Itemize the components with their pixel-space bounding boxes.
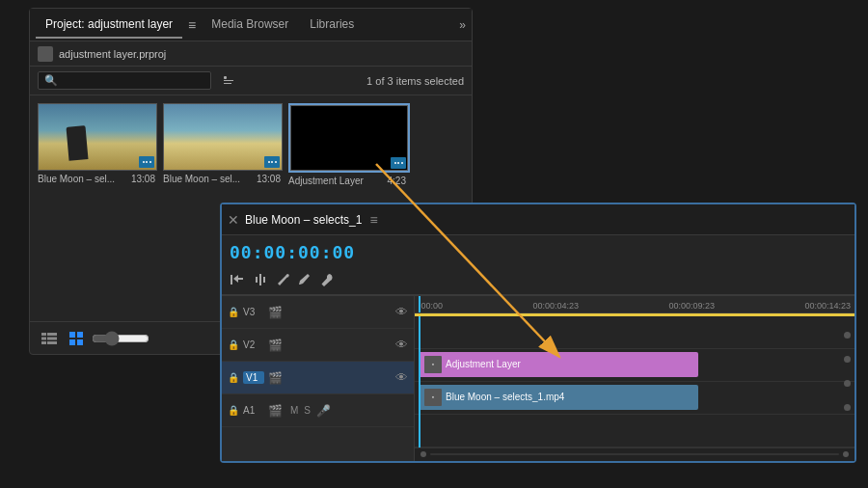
clip-adjustment-layer[interactable]: ▪ Adjustment Layer xyxy=(419,352,698,377)
ruler-marks: :00:00 00:00:04:23 00:00:09:23 00:00:14:… xyxy=(415,301,854,311)
search-input[interactable] xyxy=(62,75,197,87)
list-view-icon[interactable] xyxy=(38,327,61,350)
project-panel-tabs: Project: adjustment layer ≡ Media Browse… xyxy=(30,9,472,41)
zoom-slider[interactable] xyxy=(92,331,149,346)
timeline-content: 🔒 V3 🎬 👁 🔒 V2 🎬 👁 🔒 V1 🎬 👁 🔒 xyxy=(222,296,854,461)
thumbnail-1[interactable] xyxy=(38,103,157,171)
mic-icon-a1[interactable]: 🎤 xyxy=(316,404,331,418)
search-icon: 🔍 xyxy=(44,74,58,87)
lock-icon-v1[interactable]: 🔒 xyxy=(228,372,239,383)
search-input-wrapper[interactable]: 🔍 xyxy=(38,71,211,90)
razor-tool-icon[interactable] xyxy=(276,273,291,289)
ruler-mark-3: 00:00:14:23 xyxy=(804,301,851,311)
list-item[interactable]: Blue Moon – sel... 13:08 xyxy=(38,103,157,184)
timeline-right: :00:00 00:00:04:23 00:00:09:23 00:00:14:… xyxy=(415,296,854,461)
playhead-line xyxy=(419,296,420,312)
ruler-mark-0: :00:00 xyxy=(419,301,443,311)
tab-libraries-label: Libraries xyxy=(310,17,354,31)
track-header-v2: 🔒 V2 🎬 👁 xyxy=(222,329,414,362)
tab-project-label: Project: adjustment layer xyxy=(45,17,173,31)
ruler-mark-1: 00:00:04:23 xyxy=(532,301,579,311)
track-row-v1: ▪ Blue Moon – selects_1.mp4 xyxy=(415,382,854,415)
media-item-duration-2: 13:08 xyxy=(257,174,281,184)
list-item[interactable]: Blue Moon – sel... 13:08 xyxy=(163,103,283,184)
mute-label[interactable]: M xyxy=(290,405,298,416)
scroll-line xyxy=(430,453,839,455)
badge-3 xyxy=(391,157,406,169)
media-item-label-3: Adjustment Layer xyxy=(288,176,388,186)
clip-thumb-adj: ▪ xyxy=(424,356,442,373)
svg-rect-11 xyxy=(69,339,75,345)
ripple-edit-tool-icon[interactable] xyxy=(253,273,268,289)
track-label-v1: V1 xyxy=(243,371,264,384)
thumbnail-3[interactable] xyxy=(288,103,410,173)
timeline-close-icon[interactable]: ✕ xyxy=(228,212,239,228)
scroll-right-dot xyxy=(843,451,849,457)
eye-icon-v1[interactable]: 👁 xyxy=(395,370,408,385)
svg-rect-10 xyxy=(77,332,83,338)
clip-label-adj: Adjustment Layer xyxy=(446,359,521,369)
clip-label-video: Blue Moon – selects_1.mp4 xyxy=(446,392,564,402)
film-icon-v3: 🎬 xyxy=(268,306,283,319)
project-tab-menu-icon[interactable]: ≡ xyxy=(184,17,200,33)
timeline-tabs: ✕ Blue Moon – selects_1 ≡ xyxy=(222,204,854,235)
track-row-v2: ▪ Adjustment Layer xyxy=(415,349,854,382)
track-header-v1: 🔒 V1 🎬 👁 xyxy=(222,362,414,394)
svg-rect-7 xyxy=(47,337,57,339)
scroll-dot-2 xyxy=(844,356,851,363)
badge-1 xyxy=(139,156,154,168)
pen-tool-icon[interactable] xyxy=(299,273,312,289)
track-label-a1: A1 xyxy=(243,405,264,416)
svg-rect-1 xyxy=(224,80,233,81)
svg-rect-0 xyxy=(224,76,227,79)
tools-bar xyxy=(222,268,854,295)
grid-view-icon[interactable] xyxy=(65,327,88,350)
track-row-a1 xyxy=(415,415,854,447)
track-select-tool-icon[interactable] xyxy=(230,273,245,289)
selection-info: 1 of 3 items selected xyxy=(366,75,464,87)
media-item-label-2: Blue Moon – sel... xyxy=(163,174,257,184)
eye-icon-v3[interactable]: 👁 xyxy=(395,305,408,319)
timeline-panel: ✕ Blue Moon – selects_1 ≡ 00:00:00:00 xyxy=(220,203,856,463)
filter-icon[interactable] xyxy=(217,69,240,93)
timeline-menu-icon[interactable]: ≡ xyxy=(369,212,377,228)
badge-2 xyxy=(264,156,280,168)
svg-rect-8 xyxy=(47,341,57,344)
timecode-bar: 00:00:00:00 xyxy=(222,235,854,268)
scroll-indicators xyxy=(844,332,851,411)
timeline-bottom-scrollbar[interactable] xyxy=(415,447,854,461)
lock-icon-a1[interactable]: 🔒 xyxy=(228,405,239,416)
list-item[interactable]: Adjustment Layer 4:23 xyxy=(288,103,410,186)
media-item-label-1: Blue Moon – sel... xyxy=(38,174,131,184)
film-icon-v2: 🎬 xyxy=(268,339,283,352)
track-header-a1: 🔒 A1 🎬 M S 🎤 xyxy=(222,394,414,427)
media-item-duration-1: 13:08 xyxy=(131,174,155,184)
svg-rect-12 xyxy=(77,339,83,345)
lock-icon-v2[interactable]: 🔒 xyxy=(228,339,239,350)
panel-subheader: adjustment layer.prproj xyxy=(30,41,472,67)
timecode-display[interactable]: 00:00:00:00 xyxy=(230,242,355,262)
wrench-tool-icon[interactable] xyxy=(320,273,334,289)
solo-label[interactable]: S xyxy=(304,405,311,416)
file-icon xyxy=(38,46,53,62)
tab-project[interactable]: Project: adjustment layer xyxy=(36,12,182,39)
svg-rect-6 xyxy=(47,333,57,336)
track-label-v3: V3 xyxy=(243,307,264,317)
svg-rect-9 xyxy=(69,332,75,338)
svg-rect-5 xyxy=(41,341,46,344)
tab-media-browser[interactable]: Media Browser xyxy=(202,12,298,39)
eye-icon-v2[interactable]: 👁 xyxy=(395,338,408,352)
tab-libraries[interactable]: Libraries xyxy=(300,12,364,39)
tab-media-browser-label: Media Browser xyxy=(211,17,288,31)
svg-rect-4 xyxy=(41,337,46,339)
clip-video[interactable]: ▪ Blue Moon – selects_1.mp4 xyxy=(419,385,698,410)
track-headers: 🔒 V3 🎬 👁 🔒 V2 🎬 👁 🔒 V1 🎬 👁 🔒 xyxy=(222,296,415,461)
track-row-v3 xyxy=(415,316,854,349)
lock-icon-v3[interactable]: 🔒 xyxy=(228,307,239,317)
thumbnail-2[interactable] xyxy=(163,103,283,171)
svg-rect-3 xyxy=(41,333,46,336)
film-icon-v1: 🎬 xyxy=(268,371,283,385)
more-tabs-icon[interactable]: » xyxy=(459,18,466,32)
scroll-dot-1 xyxy=(844,332,851,339)
svg-point-13 xyxy=(286,275,289,278)
